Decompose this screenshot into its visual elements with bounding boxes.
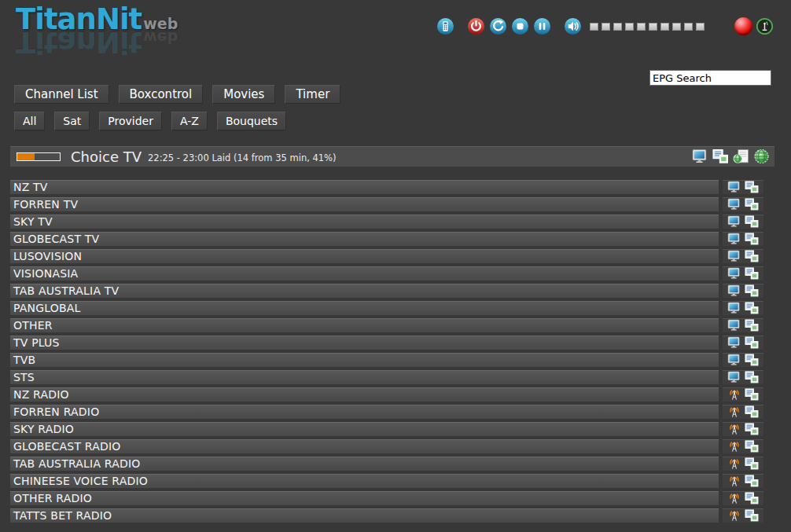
- filter-sat-button[interactable]: Sat: [54, 112, 90, 130]
- channel-row-actions: [723, 405, 763, 419]
- epg-windows-icon[interactable]: [744, 440, 760, 453]
- epg-windows-icon[interactable]: [744, 336, 760, 349]
- epg-windows-icon[interactable]: [744, 284, 760, 297]
- epg-windows-icon[interactable]: [744, 492, 760, 504]
- radio-zap-icon[interactable]: [727, 405, 742, 418]
- epg-windows-icon[interactable]: [744, 405, 760, 418]
- tv-zap-icon[interactable]: [727, 284, 742, 297]
- channel-name[interactable]: GLOBECAST TV: [10, 232, 719, 246]
- filter-nav: All Sat Provider A-Z Bouquets: [14, 112, 286, 130]
- radio-zap-icon[interactable]: [727, 492, 742, 504]
- radio-zap-icon[interactable]: [727, 457, 742, 470]
- nav-timer-button[interactable]: Timer: [285, 85, 340, 104]
- channel-row: OTHER RADIO: [10, 491, 791, 505]
- epg-windows-icon[interactable]: [744, 509, 760, 522]
- volume-segment[interactable]: [613, 23, 622, 31]
- channel-name[interactable]: OTHER: [10, 318, 719, 332]
- power-icon[interactable]: [467, 17, 485, 35]
- radio-zap-icon[interactable]: [727, 388, 742, 401]
- channel-row: VISIONASIA: [10, 266, 791, 281]
- epg-windows-icon[interactable]: [744, 233, 760, 245]
- epg-windows-icon[interactable]: [744, 423, 760, 435]
- channel-name[interactable]: TATTS BET RADIO: [10, 508, 719, 523]
- volume-segment[interactable]: [696, 23, 705, 31]
- channel-name[interactable]: GLOBECAST RADIO: [10, 439, 719, 453]
- tv-zap-icon[interactable]: [727, 250, 742, 262]
- channel-row-actions: [723, 491, 763, 505]
- channel-name[interactable]: STS: [10, 370, 719, 384]
- remote-icon[interactable]: [436, 17, 454, 35]
- volume-segment[interactable]: [684, 23, 693, 31]
- channel-name[interactable]: LUSOVISION: [10, 249, 719, 263]
- epg-windows-icon[interactable]: [744, 475, 760, 487]
- tv-zap-icon[interactable]: [727, 336, 742, 349]
- epg-windows-icon[interactable]: [744, 215, 760, 228]
- channel-row: TV PLUS: [10, 336, 791, 350]
- tv-zap-icon[interactable]: [727, 371, 742, 383]
- screenshot-windows-icon[interactable]: [712, 149, 729, 164]
- volume-segment[interactable]: [672, 23, 681, 31]
- nav-channel-list-button[interactable]: Channel List: [14, 85, 109, 104]
- channel-name[interactable]: PANGLOBAL: [10, 301, 719, 315]
- radio-zap-icon[interactable]: [727, 475, 742, 487]
- epg-windows-icon[interactable]: [744, 354, 760, 366]
- volume-segment[interactable]: [590, 23, 598, 31]
- nav-boxcontrol-button[interactable]: Boxcontrol: [119, 85, 204, 104]
- epg-windows-icon[interactable]: [744, 302, 760, 314]
- epg-windows-icon[interactable]: [744, 319, 760, 332]
- volume-segment[interactable]: [660, 23, 669, 31]
- antenna-stream-icon[interactable]: [756, 17, 774, 35]
- channel-row-actions: [723, 180, 763, 194]
- tv-zap-icon[interactable]: [727, 302, 742, 314]
- monitor-icon[interactable]: [692, 149, 708, 164]
- pause-icon[interactable]: [533, 17, 551, 35]
- epg-windows-icon[interactable]: [744, 250, 760, 262]
- channel-name[interactable]: FORREN RADIO: [10, 405, 719, 419]
- radio-zap-icon[interactable]: [727, 423, 742, 435]
- epg-search-input[interactable]: [649, 70, 771, 86]
- document-globe-icon[interactable]: [733, 149, 749, 164]
- filter-all-button[interactable]: All: [14, 112, 45, 130]
- globe-icon[interactable]: [753, 149, 770, 164]
- epg-windows-icon[interactable]: [744, 388, 760, 401]
- tv-zap-icon[interactable]: [727, 181, 742, 193]
- tv-zap-icon[interactable]: [727, 319, 742, 332]
- channel-name[interactable]: TV PLUS: [10, 336, 719, 350]
- epg-windows-icon[interactable]: [744, 198, 760, 211]
- epg-windows-icon[interactable]: [744, 371, 760, 383]
- channel-name[interactable]: OTHER RADIO: [10, 491, 719, 505]
- radio-zap-icon[interactable]: [727, 509, 742, 522]
- volume-segment[interactable]: [649, 23, 657, 31]
- radio-zap-icon[interactable]: [727, 440, 742, 453]
- volume-segment[interactable]: [625, 23, 634, 31]
- channel-name[interactable]: NZ TV: [10, 180, 719, 194]
- epg-windows-icon[interactable]: [744, 267, 760, 280]
- channel-name[interactable]: TAB AUSTRALIA RADIO: [10, 457, 719, 471]
- channel-name[interactable]: CHINEESE VOICE RADIO: [10, 474, 719, 488]
- filter-bouquets-button[interactable]: Bouquets: [217, 112, 286, 130]
- tv-zap-icon[interactable]: [727, 267, 742, 280]
- speaker-icon[interactable]: [564, 17, 582, 35]
- filter-provider-button[interactable]: Provider: [99, 112, 162, 130]
- restart-icon[interactable]: [489, 17, 507, 35]
- tv-zap-icon[interactable]: [727, 233, 742, 245]
- channel-name[interactable]: SKY TV: [10, 215, 719, 229]
- channel-name[interactable]: NZ RADIO: [10, 387, 719, 402]
- filter-az-button[interactable]: A-Z: [171, 112, 208, 130]
- epg-windows-icon[interactable]: [744, 457, 760, 470]
- now-playing-actions: [692, 149, 770, 164]
- tv-zap-icon[interactable]: [727, 198, 742, 211]
- channel-name[interactable]: SKY RADIO: [10, 422, 719, 436]
- epg-windows-icon[interactable]: [744, 181, 760, 193]
- channel-row-actions: [723, 301, 763, 315]
- nav-movies-button[interactable]: Movies: [212, 85, 275, 104]
- channel-name[interactable]: TAB AUSTRALIA TV: [10, 284, 719, 298]
- stop-icon[interactable]: [511, 17, 529, 35]
- tv-zap-icon[interactable]: [727, 354, 742, 366]
- channel-name[interactable]: VISIONASIA: [10, 266, 719, 281]
- tv-zap-icon[interactable]: [727, 215, 742, 228]
- channel-name[interactable]: TVB: [10, 353, 719, 367]
- volume-segment[interactable]: [602, 23, 610, 31]
- volume-segment[interactable]: [637, 23, 646, 31]
- channel-name[interactable]: FORREN TV: [10, 197, 719, 211]
